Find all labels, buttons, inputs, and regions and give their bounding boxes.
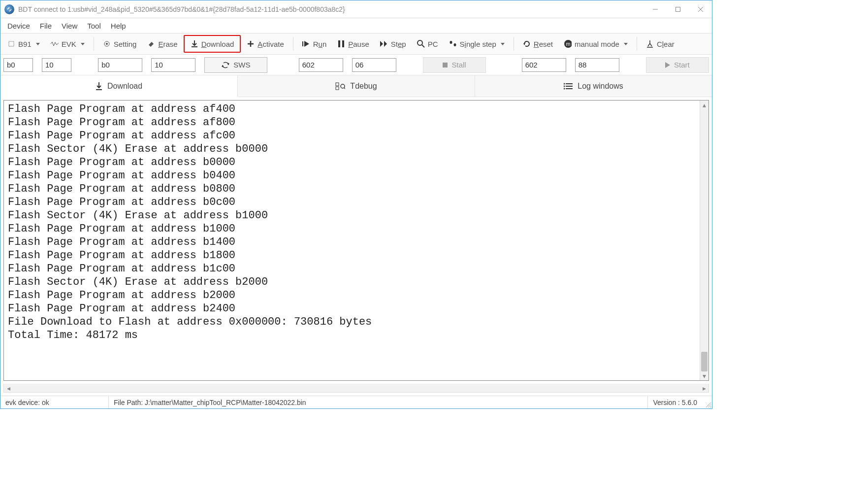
chip-icon (7, 40, 15, 48)
tab-download-label: Download (107, 82, 142, 91)
download-icon (96, 82, 102, 91)
param-field-6[interactable] (352, 58, 396, 72)
clear-label: Clear (657, 40, 675, 48)
svg-marker-17 (523, 43, 525, 45)
chip-select[interactable]: B91 (2, 35, 45, 53)
horizontal-scrollbar[interactable]: ◂ ▸ (3, 384, 709, 393)
single-step-button[interactable]: Single step (444, 35, 510, 53)
status-bar: evk device: ok File Path: J:\matter\Matt… (0, 396, 712, 408)
download-icon (191, 40, 198, 48)
tab-tdebug[interactable]: Tdebug (238, 75, 475, 97)
chevron-down-icon (624, 43, 628, 45)
minimize-button[interactable] (644, 0, 667, 18)
menu-tool[interactable]: Tool (82, 20, 106, 32)
separator (514, 37, 514, 51)
chevron-down-icon (501, 43, 505, 45)
svg-marker-8 (304, 41, 309, 47)
board-select[interactable]: EVK (46, 35, 90, 53)
param-field-4[interactable] (151, 58, 195, 72)
close-button[interactable] (689, 0, 712, 18)
pc-button[interactable]: PC (412, 35, 443, 53)
footsteps-icon (449, 40, 457, 48)
maximize-button[interactable] (667, 0, 689, 18)
param-field-2[interactable] (42, 58, 71, 72)
setting-button[interactable]: Setting (98, 35, 142, 53)
window-controls (644, 0, 712, 18)
app-icon (4, 4, 14, 14)
svg-point-16 (453, 43, 456, 46)
scroll-thumb[interactable] (701, 352, 707, 371)
sws-button[interactable]: SWS (204, 57, 267, 73)
svg-rect-1 (676, 7, 680, 11)
param-field-7[interactable] (522, 58, 566, 72)
plus-icon (247, 40, 255, 48)
param-field-1[interactable] (3, 58, 33, 72)
scroll-left-icon[interactable]: ◂ (4, 384, 13, 392)
play-icon (302, 40, 310, 48)
app-window: BDT connect to 1:usb#vid_248a&pid_5320#5… (0, 0, 712, 409)
resize-grip[interactable] (702, 396, 712, 408)
status-filepath: File Path: J:\matter\Matter_chipTool_RCP… (109, 396, 648, 408)
debug-icon (335, 82, 345, 90)
download-button[interactable]: Download (184, 35, 241, 53)
param-field-8[interactable] (575, 58, 619, 72)
step-icon (380, 40, 388, 48)
pause-button[interactable]: Pause (332, 35, 374, 53)
menubar: Device File View Tool Help (0, 18, 712, 33)
stall-button[interactable]: Stall (423, 57, 486, 73)
activate-label: Activate (257, 40, 284, 48)
chevron-down-icon (81, 43, 85, 45)
param-field-3[interactable] (98, 58, 142, 72)
sws-label: SWS (233, 61, 250, 69)
scroll-down-icon[interactable]: ▾ (700, 371, 708, 380)
tab-log[interactable]: Log windows (475, 75, 712, 97)
window-title: BDT connect to 1:usb#vid_248a&pid_5320#5… (18, 5, 644, 13)
svg-point-30 (564, 85, 565, 87)
erase-label: Erase (158, 40, 177, 48)
play-icon (665, 62, 670, 68)
svg-rect-7 (302, 41, 303, 46)
list-icon (564, 83, 573, 90)
log-output[interactable]: Flash Page Program at address af400 Flas… (4, 101, 700, 380)
manual-icon: m (564, 40, 572, 48)
reset-icon (523, 40, 531, 48)
separator (94, 37, 94, 51)
scroll-track[interactable] (13, 384, 700, 392)
svg-rect-9 (338, 40, 340, 47)
pause-label: Pause (348, 40, 369, 48)
tab-download[interactable]: Download (0, 75, 238, 97)
vertical-scrollbar[interactable]: ▴ ▾ (700, 101, 708, 380)
menu-device[interactable]: Device (2, 20, 35, 32)
manual-mode-button[interactable]: m manual mode (559, 35, 633, 53)
board-label: EVK (62, 40, 76, 48)
activate-button[interactable]: Activate (242, 35, 289, 53)
reset-button[interactable]: Reset (518, 35, 558, 53)
status-version: Version : 5.6.0 (648, 396, 702, 408)
run-label: Run (313, 40, 327, 48)
run-button[interactable]: Run (297, 35, 332, 53)
param-row: SWS Stall Start (0, 55, 712, 75)
scroll-right-icon[interactable]: ▸ (700, 384, 708, 392)
scroll-up-icon[interactable]: ▴ (700, 101, 708, 109)
svg-marker-12 (384, 41, 387, 47)
svg-point-24 (341, 84, 345, 88)
tab-log-label: Log windows (578, 82, 623, 91)
toolbar: B91 EVK Setting Erase Download Activate … (0, 33, 712, 55)
menu-view[interactable]: View (57, 20, 82, 32)
start-button[interactable]: Start (646, 57, 709, 73)
svg-point-15 (450, 41, 452, 44)
svg-text:m: m (566, 41, 570, 47)
erase-icon (147, 40, 155, 48)
menu-help[interactable]: Help (106, 20, 131, 32)
start-label: Start (674, 61, 690, 69)
svg-line-34 (710, 406, 711, 407)
clear-button[interactable]: Clear (641, 35, 679, 53)
reset-label: Reset (534, 40, 553, 48)
scroll-track[interactable] (700, 109, 708, 371)
svg-line-25 (344, 88, 345, 89)
param-field-5[interactable] (299, 58, 343, 72)
menu-file[interactable]: File (35, 20, 57, 32)
erase-button[interactable]: Erase (142, 35, 182, 53)
clear-icon (646, 40, 654, 48)
step-button[interactable]: Step (375, 35, 411, 53)
